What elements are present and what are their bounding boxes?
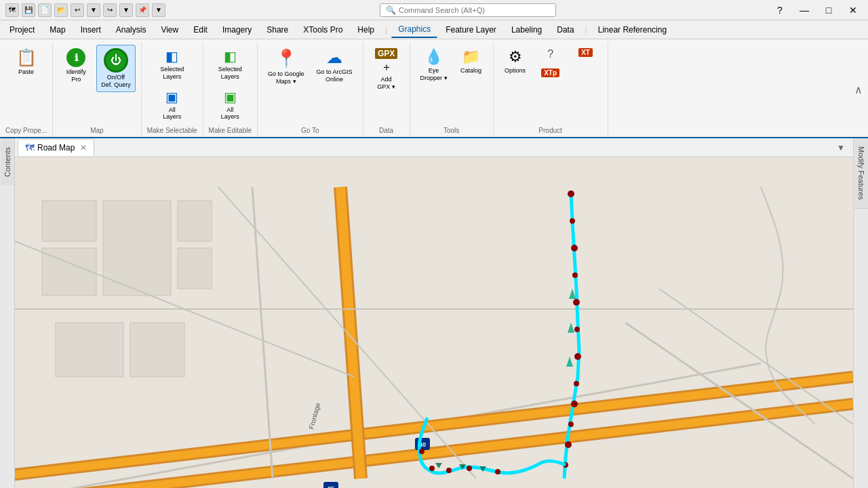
all-layers-edit-button[interactable]: ▣ AllLayers: [210, 85, 250, 125]
left-sidebar: Contents: [0, 138, 15, 488]
goto-arcgis-icon: ☁: [326, 48, 342, 67]
map-tab-close[interactable]: ✕: [80, 143, 87, 152]
svg-point-39: [495, 469, 500, 474]
help-product-icon: ?: [547, 48, 553, 60]
clipboard-group-label: Copy Prope...: [5, 127, 47, 134]
product-col2: XT: [570, 45, 602, 60]
menu-project[interactable]: Project: [3, 22, 41, 37]
menu-feature-layer[interactable]: Feature Layer: [439, 22, 503, 37]
menu-data[interactable]: Data: [550, 22, 580, 37]
tools-group-label: Tools: [443, 127, 459, 134]
add-gpx-button[interactable]: GPX ＋ AddGPX ▾: [369, 45, 404, 94]
sidebar-contents-tab[interactable]: Contents: [1, 138, 14, 185]
paste-button[interactable]: 📋 Paste: [9, 45, 44, 79]
catalog-label: Catalog: [460, 67, 481, 75]
options-icon: ⚙: [509, 48, 522, 66]
options-button[interactable]: ⚙ Options: [499, 45, 532, 78]
all-layers-sel-icon: ▣: [165, 89, 178, 105]
sidebar-modify-features-tab[interactable]: Modify Features: [854, 138, 868, 209]
selected-layers-edit-label: SelectedLayers: [218, 66, 242, 81]
svg-point-42: [429, 466, 435, 471]
menu-xtools-pro[interactable]: XTools Pro: [296, 22, 349, 37]
menu-imagery[interactable]: Imagery: [216, 22, 258, 37]
menu-bar: Project Map Insert Analysis View Edit Im…: [0, 20, 868, 39]
title-bar-icons: 🗺 💾 📄 📂 ↩ ▼ ↪ ▼ 📌 ▼: [5, 3, 165, 17]
editable-group-label: Make Editable: [209, 127, 252, 134]
svg-point-26: [571, 245, 578, 251]
product-col: ? XTp: [534, 45, 567, 81]
menu-view[interactable]: View: [154, 22, 185, 37]
onoff-defquery-button[interactable]: ⏻ On/OffDef. Query: [96, 45, 136, 92]
svg-point-32: [571, 401, 578, 407]
command-search-input[interactable]: [399, 6, 548, 14]
onoff-defquery-label: On/OffDef. Query: [101, 74, 131, 89]
road-map-tab[interactable]: 🗺 Road Map ✕: [18, 139, 94, 156]
customize-btn[interactable]: ▼: [152, 3, 165, 17]
menu-linear-referencing[interactable]: Linear Referencing: [591, 22, 673, 37]
map-tab-dropdown[interactable]: ▼: [831, 143, 850, 152]
ribbon-collapse-button[interactable]: ∧: [849, 42, 868, 137]
eye-dropper-icon: 💧: [425, 48, 443, 66]
menu-help[interactable]: Help: [351, 22, 381, 37]
menu-share[interactable]: Share: [260, 22, 295, 37]
app-icon: 🗺: [5, 3, 19, 17]
svg-rect-7: [130, 323, 184, 377]
map-tab-icon: 🗺: [25, 142, 35, 153]
catalog-button[interactable]: 📁 Catalog: [455, 45, 488, 78]
command-search-box[interactable]: 🔍: [380, 3, 556, 17]
ribbon-goto-content: 📍 Go to GoogleMaps ▾ ☁ Go to ArcGISOnlin…: [263, 45, 357, 124]
minimize-button[interactable]: —: [795, 3, 814, 17]
paste-label: Paste: [18, 68, 34, 76]
ribbon-group-data: GPX ＋ AddGPX ▾ Data: [363, 42, 410, 137]
new-icon-btn[interactable]: 📄: [38, 3, 52, 17]
options-label: Options: [505, 67, 526, 75]
redo-btn[interactable]: ↪: [103, 3, 117, 17]
map-canvas[interactable]: Frontage 40 25: [15, 157, 853, 488]
xt2-badge-button[interactable]: XT: [570, 45, 602, 60]
menu-labeling[interactable]: Labeling: [505, 22, 549, 37]
paste-icon: 📋: [16, 48, 37, 67]
svg-point-34: [565, 441, 572, 448]
goto-arcgis-button[interactable]: ☁ Go to ArcGISOnline: [312, 45, 357, 87]
identify-pro-label: IdentifyPro: [66, 68, 86, 83]
svg-rect-6: [56, 323, 123, 377]
ribbon-group-clipboard: 📋 Paste Copy Prope...: [0, 42, 53, 137]
menu-insert[interactable]: Insert: [74, 22, 108, 37]
undo-dropdown[interactable]: ▼: [87, 3, 100, 17]
maximize-button[interactable]: □: [819, 3, 838, 17]
menu-graphics[interactable]: Graphics: [391, 22, 437, 38]
all-layers-sel-button[interactable]: ▣ AllLayers: [152, 85, 193, 125]
editable-col: ◧ SelectedLayers ▣ AllLayers: [210, 45, 250, 124]
ribbon-group-product: ⚙ Options ? XTp XT Product: [494, 42, 608, 137]
svg-point-41: [446, 468, 452, 473]
identify-pro-button[interactable]: ℹ IdentifyPro: [58, 45, 94, 87]
ribbon-tools-content: 💧 EyeDropper ▾ 📁 Catalog: [416, 45, 488, 124]
selected-layers-sel-button[interactable]: ◧ SelectedLayers: [152, 45, 193, 84]
add-gpx-label: AddGPX ▾: [377, 76, 395, 91]
ribbon-editable-content: ◧ SelectedLayers ▣ AllLayers: [210, 45, 250, 124]
menu-analysis[interactable]: Analysis: [109, 22, 153, 37]
svg-point-30: [574, 353, 581, 360]
selectable-col: ◧ SelectedLayers ▣ AllLayers: [152, 45, 193, 124]
save-icon-btn[interactable]: 💾: [22, 3, 35, 17]
menu-edit[interactable]: Edit: [186, 22, 214, 37]
selected-layers-edit-button[interactable]: ◧ SelectedLayers: [210, 45, 250, 84]
goto-google-button[interactable]: 📍 Go to GoogleMaps ▾: [263, 45, 309, 89]
pin-btn[interactable]: 📌: [136, 3, 149, 17]
svg-rect-4: [178, 201, 212, 241]
ribbon-clipboard-content: 📋 Paste: [9, 45, 44, 124]
open-icon-btn[interactable]: 📂: [54, 3, 68, 17]
eye-dropper-button[interactable]: 💧 EyeDropper ▾: [416, 45, 452, 85]
help-product-button[interactable]: ?: [534, 45, 567, 64]
close-button[interactable]: ✕: [844, 3, 863, 17]
map-container: 🗺 Road Map ✕ ▼: [15, 138, 853, 488]
menu-map[interactable]: Map: [43, 22, 72, 37]
svg-point-24: [568, 190, 574, 197]
undo-btn[interactable]: ↩: [71, 3, 84, 17]
eye-dropper-label: EyeDropper ▾: [420, 67, 448, 82]
xt-badge-button[interactable]: XTp: [534, 65, 567, 81]
help-button[interactable]: ?: [770, 3, 789, 17]
gpx-badge: GPX: [375, 48, 397, 59]
redo-dropdown[interactable]: ▼: [119, 3, 133, 17]
add-gpx-icon-container: GPX ＋: [375, 48, 397, 75]
